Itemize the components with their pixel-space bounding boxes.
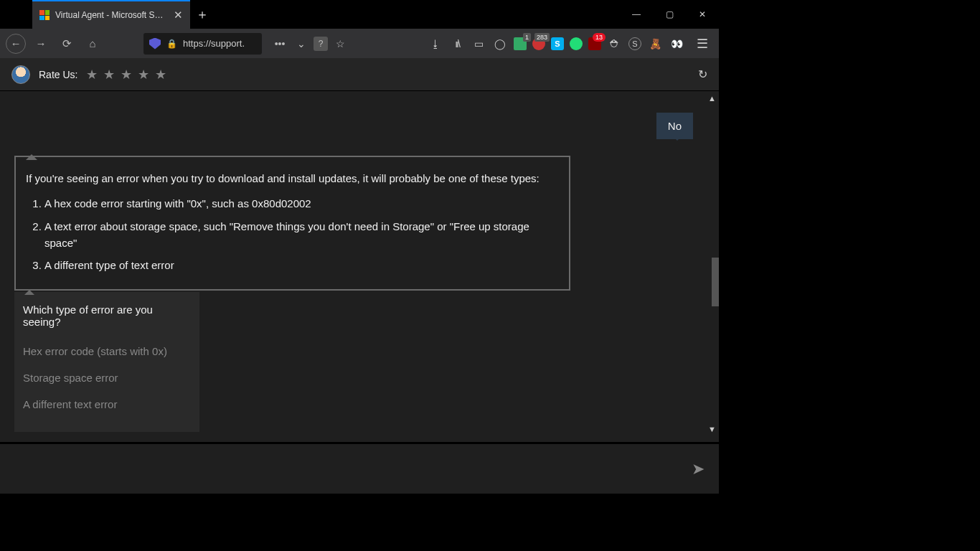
- choice-other-error[interactable]: A different text error: [23, 391, 191, 418]
- agent-message: If you're seeing an error when you try t…: [14, 156, 570, 291]
- agent-item-3: A different type of text error: [44, 257, 559, 273]
- url-bar[interactable]: 🔒 https://support.: [143, 33, 262, 55]
- scrollbar-thumb[interactable]: [712, 258, 719, 306]
- agent-item-2: A text error about storage space, such "…: [44, 218, 559, 252]
- bookmark-star-icon[interactable]: ☆: [331, 34, 349, 53]
- send-icon[interactable]: ➤: [692, 460, 705, 479]
- titlebar: Virtual Agent - Microsoft Supp ✕ ＋ — ▢ ✕: [0, 0, 719, 29]
- navbar: ← → ⟳ ⌂ 🔒 https://support. ••• ⌄ ? ☆ ⭳ ı…: [0, 29, 719, 58]
- choice-prompt: Which type of error are you seeing? Hex …: [14, 292, 199, 432]
- scroll-up-icon[interactable]: ▲: [708, 94, 716, 103]
- back-button[interactable]: ←: [6, 34, 26, 54]
- restart-icon[interactable]: ↻: [698, 67, 707, 81]
- more-icon[interactable]: •••: [270, 34, 289, 53]
- chat-area: ▲ No If you're seeing an error when you …: [0, 91, 719, 442]
- pocket-icon[interactable]: ⌄: [292, 34, 311, 53]
- ext-goggles-icon[interactable]: 👀: [669, 36, 684, 52]
- url-side-icons: ••• ⌄ ? ☆: [270, 34, 349, 53]
- ext-bear-icon[interactable]: 🧸: [647, 36, 663, 52]
- extension-icons: ⭳ ıı\ ▭ ◯ 1 283 S 13 ⛑ S 🧸 👀: [428, 36, 687, 52]
- home-button[interactable]: ⌂: [82, 33, 103, 55]
- browser-window: Virtual Agent - Microsoft Supp ✕ ＋ — ▢ ✕…: [0, 0, 719, 494]
- reload-button[interactable]: ⟳: [56, 33, 77, 55]
- star-3[interactable]: ★: [121, 67, 132, 83]
- choice-hex-error[interactable]: Hex error code (starts with 0x): [23, 338, 191, 364]
- scroll-down-icon[interactable]: ▼: [708, 425, 716, 433]
- reader-icon[interactable]: ▭: [471, 36, 486, 52]
- composer[interactable]: ➤: [0, 442, 719, 494]
- choice-storage-error[interactable]: Storage space error: [23, 364, 191, 391]
- ublock-icon[interactable]: 13: [588, 37, 601, 50]
- agent-item-1: A hex code error starting with "0x", suc…: [44, 195, 559, 212]
- forward-button[interactable]: →: [30, 33, 52, 55]
- close-window-button[interactable]: ✕: [686, 0, 719, 29]
- page-content: Rate Us: ★ ★ ★ ★ ★ ↻ ▲ No If you're seei…: [0, 58, 719, 494]
- library-icon[interactable]: ıı\: [449, 36, 465, 52]
- agent-avatar: [11, 65, 30, 84]
- lock-icon: 🔒: [166, 39, 177, 49]
- star-2[interactable]: ★: [103, 67, 115, 83]
- user-message: No: [656, 113, 693, 139]
- star-4[interactable]: ★: [138, 67, 149, 83]
- new-tab-button[interactable]: ＋: [190, 0, 215, 29]
- ublock-badge: 13: [593, 33, 606, 42]
- rate-bar: Rate Us: ★ ★ ★ ★ ★ ↻: [0, 58, 719, 91]
- star-1[interactable]: ★: [86, 67, 98, 83]
- maximize-button[interactable]: ▢: [653, 0, 686, 29]
- ext-red-icon[interactable]: 283: [532, 37, 545, 50]
- menu-button[interactable]: ☰: [692, 36, 713, 52]
- minimize-button[interactable]: —: [620, 0, 653, 29]
- tab-close-icon[interactable]: ✕: [174, 9, 183, 22]
- ext-green2-icon[interactable]: [570, 37, 583, 50]
- window-controls: — ▢ ✕: [620, 0, 719, 29]
- agent-intro-text: If you're seeing an error when you try t…: [26, 170, 559, 187]
- rate-label: Rate Us:: [39, 69, 77, 80]
- star-5[interactable]: ★: [155, 67, 166, 83]
- account-icon[interactable]: ◯: [492, 36, 508, 52]
- ext-green-icon[interactable]: 1: [514, 37, 527, 50]
- tabstrip: Virtual Agent - Microsoft Supp ✕ ＋: [0, 0, 215, 29]
- tracking-shield-icon: [149, 38, 161, 50]
- ms-logo-icon: [39, 10, 50, 20]
- ext-s-icon[interactable]: S: [628, 37, 641, 50]
- choice-question: Which type of error are you seeing?: [23, 303, 191, 328]
- tab-active[interactable]: Virtual Agent - Microsoft Supp ✕: [32, 0, 190, 29]
- downloads-icon[interactable]: ⭳: [428, 36, 443, 52]
- url-text: https://support.: [183, 38, 245, 49]
- user-message-text: No: [668, 120, 682, 132]
- rating-stars: ★ ★ ★ ★ ★: [86, 67, 166, 83]
- tab-title: Virtual Agent - Microsoft Supp: [55, 10, 168, 20]
- ext-badge-1: 1: [523, 33, 531, 42]
- help-icon[interactable]: ?: [314, 37, 328, 51]
- ext-badge-283: 283: [534, 33, 550, 42]
- agent-error-list: A hex code error starting with "0x", suc…: [44, 195, 559, 273]
- skype-icon[interactable]: S: [551, 37, 564, 50]
- ext-helm-icon[interactable]: ⛑: [607, 36, 623, 52]
